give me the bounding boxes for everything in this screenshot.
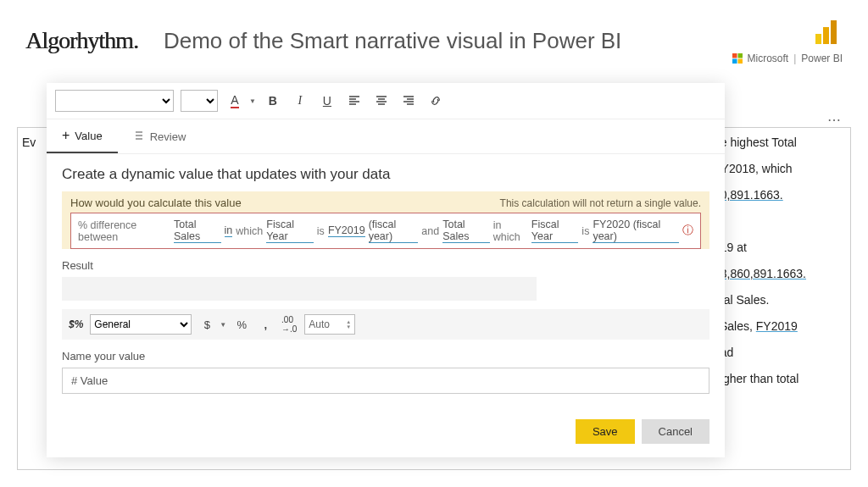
- thousands-button[interactable]: ,: [257, 316, 274, 333]
- percent-button[interactable]: %: [233, 316, 250, 333]
- result-label: Result: [62, 259, 709, 272]
- dialog-title: Create a dynamic value that updates with…: [62, 166, 709, 183]
- italic-button[interactable]: I: [290, 91, 310, 111]
- link-button[interactable]: [426, 91, 446, 111]
- format-type-select[interactable]: General: [90, 314, 192, 335]
- auto-select[interactable]: Auto ▲▼: [304, 314, 355, 335]
- query-input[interactable]: % difference between Total Sales in whic…: [70, 213, 701, 249]
- font-color-button[interactable]: A: [225, 91, 245, 111]
- spinner-icon[interactable]: ▲▼: [346, 319, 351, 329]
- svg-rect-2: [831, 20, 837, 44]
- brand-logo: Algorhythm.: [25, 27, 138, 54]
- tab-value[interactable]: + Value: [47, 119, 118, 153]
- powerbi-icon: [812, 17, 843, 47]
- text-format-toolbar: A▼ B I U: [47, 83, 725, 119]
- result-output: [62, 277, 537, 301]
- font-family-select[interactable]: [55, 90, 174, 112]
- svg-rect-4: [737, 53, 743, 58]
- app-header: Algorhythm. Demo of the Smart narrative …: [0, 0, 868, 73]
- chevron-down-icon[interactable]: ▼: [220, 321, 226, 329]
- chevron-down-icon[interactable]: ▼: [249, 97, 256, 105]
- overflow-menu[interactable]: ⋯: [827, 112, 843, 128]
- dialog-tabs: + Value Review: [47, 119, 725, 154]
- align-right-button[interactable]: [398, 91, 419, 111]
- tab-review[interactable]: Review: [118, 119, 202, 153]
- svg-rect-3: [732, 53, 737, 58]
- svg-rect-6: [737, 59, 743, 64]
- query-warning: This calculation will not return a singl…: [500, 197, 701, 209]
- query-area: How would you calculate this value This …: [62, 191, 709, 249]
- microsoft-icon: [732, 53, 743, 64]
- align-center-button[interactable]: [371, 91, 392, 111]
- value-name-input[interactable]: [62, 368, 709, 394]
- page-title: Demo of the Smart narrative visual in Po…: [164, 28, 621, 54]
- format-icon: $%: [69, 318, 83, 330]
- powerbi-label: Power BI: [801, 53, 843, 64]
- microsoft-label: Microsoft: [748, 53, 789, 64]
- smart-narrative-visual[interactable]: he highest Total FY2018, which 60,891.16…: [714, 134, 849, 396]
- font-size-select[interactable]: [181, 90, 218, 112]
- error-icon: ⓘ: [682, 224, 693, 238]
- svg-rect-1: [823, 27, 829, 44]
- format-toolbar: $% General $▼ % , .00→.0 Auto ▲▼: [62, 309, 709, 340]
- query-label: How would you calculate this value: [70, 196, 242, 209]
- svg-rect-5: [732, 59, 737, 64]
- partial-text: Ev: [22, 136, 36, 149]
- save-button[interactable]: Save: [576, 419, 635, 444]
- underline-button[interactable]: U: [317, 91, 337, 111]
- cancel-button[interactable]: Cancel: [642, 419, 709, 444]
- list-icon: [133, 130, 145, 144]
- currency-button[interactable]: $: [198, 316, 215, 333]
- name-label: Name your value: [62, 350, 709, 362]
- decimals-button[interactable]: .00→.0: [281, 316, 298, 333]
- powerbi-branding: Microsoft | Power BI: [732, 17, 843, 64]
- align-left-button[interactable]: [344, 91, 364, 111]
- svg-rect-0: [815, 34, 821, 44]
- bold-button[interactable]: B: [263, 91, 283, 111]
- value-editor-dialog: A▼ B I U + Value Review Create a dynamic…: [47, 83, 725, 457]
- plus-icon: +: [62, 128, 70, 143]
